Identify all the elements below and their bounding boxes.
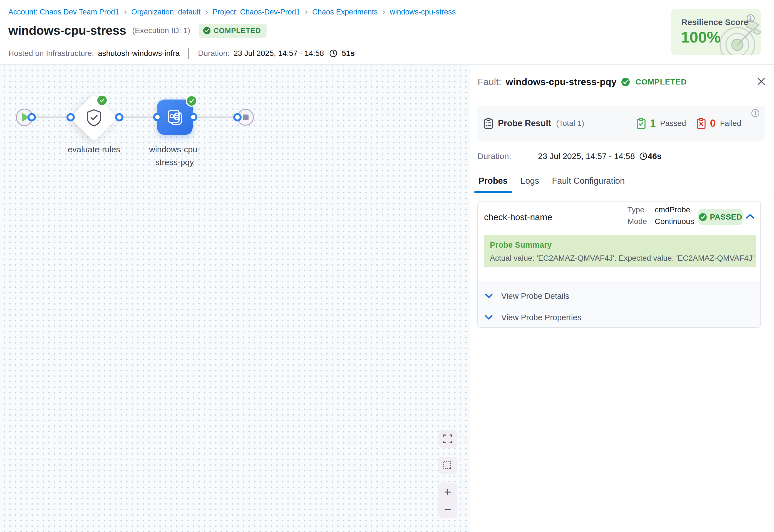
page-title: windows-cpu-stress: [8, 23, 126, 38]
probe-type-value: cmdProbe: [655, 205, 694, 214]
port: [153, 113, 162, 121]
panel-duration-elapsed: 46s: [648, 151, 662, 161]
clipboard-icon: [484, 118, 493, 129]
node-label-windows-cpu-stress-pqy: windows-cpu- stress-pqy: [133, 143, 216, 169]
breadcrumb-chaos-experiments[interactable]: Chaos Experiments: [312, 8, 378, 16]
check-circle-icon: [621, 78, 630, 86]
chevron-down-icon: [485, 293, 493, 299]
breadcrumb-separator: ›: [382, 9, 385, 16]
failed-label: Failed: [720, 119, 741, 128]
port: [115, 113, 123, 121]
hosted-label: Hosted on Infrastructure:: [8, 49, 94, 58]
failed-count: 0: [710, 118, 716, 129]
divider: [188, 48, 189, 59]
failed-clipboard-icon: [697, 118, 706, 129]
breadcrumb-account[interactable]: Account: Chaos Dev Team Prod1: [8, 8, 119, 16]
breadcrumb-current[interactable]: windows-cpu-stress: [390, 8, 456, 16]
chevron-down-icon: [485, 314, 493, 320]
view-probe-properties-toggle[interactable]: View Probe Properties: [478, 310, 760, 325]
probe-card-check-host-name: check-host-name Type cmdProbe Mode Conti…: [477, 201, 761, 328]
chevron-up-icon: [745, 213, 755, 220]
port: [66, 113, 75, 121]
duration-value: 23 Jul 2025, 14:57 - 14:58: [234, 49, 324, 58]
probe-summary-text: Actual value: 'EC2AMAZ-QMVAF4J'. Expecte…: [490, 254, 754, 263]
panel-duration-value: 23 Jul 2025, 14:57 - 14:58: [538, 151, 635, 161]
probe-mode-label: Mode: [627, 217, 650, 226]
page-header: Account: Chaos Dev Team Prod1 › Organiza…: [0, 0, 774, 65]
zoom-in-button[interactable]: +: [444, 486, 451, 498]
probe-result-summary: Probe Result (Total 1) 1 Passed 0 Failed: [477, 106, 765, 141]
pipeline-canvas[interactable]: evaluate-rules windows-cpu- stress-pqy +…: [0, 65, 470, 532]
marquee-select-icon: [443, 461, 453, 471]
probe-result-title: Probe Result: [498, 118, 551, 128]
port: [28, 113, 36, 121]
active-tab-underline: [474, 191, 512, 193]
fault-name: windows-cpu-stress-pqy: [506, 76, 617, 87]
edge-fault-to-end: [193, 116, 237, 118]
execution-id: (Execution ID: 1): [132, 26, 190, 35]
port: [233, 113, 242, 121]
breadcrumb-project[interactable]: Project: Chaos-Dev-Prod1: [213, 8, 300, 16]
shield-check-icon: [86, 109, 102, 127]
breadcrumb-separator: ›: [124, 9, 127, 16]
clock-icon: [329, 49, 337, 57]
zoom-out-button[interactable]: −: [444, 504, 451, 515]
panel-duration-label: Duration:: [477, 151, 538, 161]
close-icon: [756, 76, 766, 86]
probe-summary-box: Probe Summary Actual value: 'EC2AMAZ-QMV…: [484, 235, 756, 267]
breadcrumb-separator: ›: [305, 9, 308, 16]
probe-mode-value: Continuous: [655, 217, 694, 226]
panel-tabs: Probes Logs Fault Configuration: [470, 169, 774, 193]
duration-label: Duration:: [198, 49, 230, 58]
node-label-evaluate-rules: evaluate-rules: [52, 143, 136, 156]
fault-status: COMPLETED: [636, 78, 687, 86]
duration-elapsed: 51s: [342, 49, 355, 58]
selection-tool-button[interactable]: [438, 457, 457, 474]
resilience-score-label: Resilience Score: [681, 18, 748, 27]
success-badge-icon: [186, 95, 197, 107]
resilience-score-card: Resilience Score 100%: [671, 9, 761, 55]
resilience-score-value: 100%: [681, 28, 721, 46]
info-icon[interactable]: [751, 109, 760, 117]
probe-summary-title: Probe Summary: [490, 240, 552, 250]
view-probe-details-toggle[interactable]: View Probe Details: [478, 288, 760, 304]
close-panel-button[interactable]: [756, 76, 767, 87]
tab-probes[interactable]: Probes: [474, 169, 512, 193]
edge-evaluate-to-fault: [119, 116, 157, 118]
probe-type-label: Type: [627, 205, 650, 214]
fullscreen-icon: [443, 434, 452, 444]
passed-count: 1: [650, 118, 656, 129]
info-icon[interactable]: [746, 14, 755, 23]
zoom-controls: + −: [438, 483, 457, 518]
breadcrumb-separator: ›: [205, 9, 208, 16]
probe-name: check-host-name: [484, 212, 552, 222]
probe-result-total: (Total 1): [556, 119, 584, 128]
probe-card-footer: View Probe Details View Probe Properties: [478, 282, 760, 327]
collapse-probe-button[interactable]: [745, 213, 755, 220]
tab-logs[interactable]: Logs: [516, 169, 543, 193]
stop-icon: [243, 115, 249, 120]
fault-label: Fault:: [478, 76, 501, 87]
tab-fault-configuration[interactable]: Fault Configuration: [548, 169, 629, 193]
probe-status-badge: PASSED: [698, 209, 743, 225]
passed-clipboard-icon: [637, 118, 646, 129]
breadcrumb: Account: Chaos Dev Team Prod1 › Organiza…: [8, 8, 456, 16]
hosted-value: ashutosh-windows-infra: [98, 49, 180, 58]
status-badge: COMPLETED: [199, 24, 266, 38]
edge-start-to-evaluate: [32, 116, 71, 118]
fit-to-screen-button[interactable]: [438, 430, 457, 448]
clock-icon: [639, 152, 647, 160]
breadcrumb-organization[interactable]: Organization: default: [131, 8, 200, 16]
success-badge-icon: [96, 95, 108, 106]
port: [189, 113, 197, 121]
passed-label: Passed: [660, 119, 686, 128]
fault-stack-icon: [166, 108, 184, 126]
check-circle-icon: [203, 27, 211, 34]
check-circle-icon: [699, 213, 707, 221]
fault-details-panel: Fault: windows-cpu-stress-pqy COMPLETED …: [470, 65, 774, 532]
